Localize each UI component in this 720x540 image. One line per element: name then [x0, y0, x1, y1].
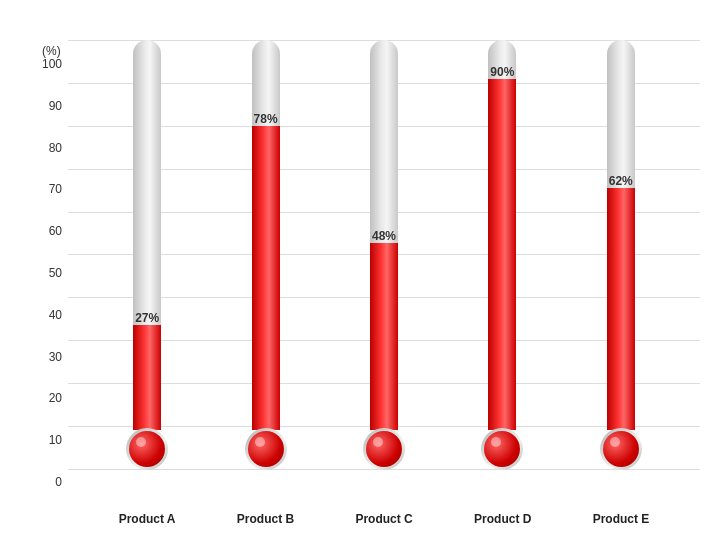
y-axis-label: 100: [42, 58, 62, 70]
y-axis-label: 10: [49, 434, 62, 446]
y-axis-unit: (%): [20, 40, 68, 58]
y-axis-label: 0: [55, 476, 62, 488]
labels-row: Product AProduct BProduct CProduct DProd…: [68, 470, 700, 530]
thermo-bulb-shine: [610, 437, 620, 447]
y-axis-label: 70: [49, 183, 62, 195]
product-label: Product B: [237, 512, 294, 526]
y-axis-label: 20: [49, 392, 62, 404]
y-axis-label: 30: [49, 351, 62, 363]
thermo-background: 78%: [252, 40, 280, 430]
page: (%) 1009080706050403020100 27%78%48%90%6…: [0, 0, 720, 540]
thermo-background: 48%: [370, 40, 398, 430]
thermo-fill: [133, 325, 161, 430]
thermo-bulb-fill: [484, 431, 520, 467]
thermometer: 27%: [126, 40, 168, 470]
value-label: 62%: [609, 174, 633, 188]
thermo-bulb-shine: [373, 437, 383, 447]
y-axis-label: 90: [49, 100, 62, 112]
value-label: 48%: [372, 229, 396, 243]
thermo-bulb: [126, 428, 168, 470]
chart-area: (%) 1009080706050403020100 27%78%48%90%6…: [20, 40, 700, 530]
thermo-background: 90%: [488, 40, 516, 430]
product-label: Product D: [474, 512, 531, 526]
bar-group: 90%: [481, 40, 523, 470]
thermometer: 78%: [245, 40, 287, 470]
y-axis: 1009080706050403020100: [20, 58, 68, 540]
bar-group: 62%: [600, 40, 642, 470]
thermo-bulb: [245, 428, 287, 470]
thermo-bulb-fill: [129, 431, 165, 467]
thermo-bulb: [481, 428, 523, 470]
thermometer: 62%: [600, 40, 642, 470]
chart-body: 27%78%48%90%62% Product AProduct BProduc…: [68, 40, 700, 530]
thermo-fill: [488, 79, 516, 430]
value-label: 27%: [135, 311, 159, 325]
y-axis-label: 60: [49, 225, 62, 237]
thermo-bulb-fill: [248, 431, 284, 467]
thermo-bulb-shine: [255, 437, 265, 447]
value-label: 78%: [254, 112, 278, 126]
bars-row: 27%78%48%90%62%: [68, 40, 700, 470]
product-label: Product C: [355, 512, 412, 526]
thermo-background: 62%: [607, 40, 635, 430]
y-axis-label: 40: [49, 309, 62, 321]
grid-and-bars: 27%78%48%90%62% Product AProduct BProduc…: [68, 40, 700, 530]
thermo-fill: [607, 188, 635, 430]
y-axis-label: 80: [49, 142, 62, 154]
thermo-bulb: [600, 428, 642, 470]
thermo-fill: [252, 126, 280, 430]
product-label: Product E: [593, 512, 650, 526]
thermo-bulb-shine: [491, 437, 501, 447]
bar-group: 78%: [245, 40, 287, 470]
thermo-bulb-shine: [136, 437, 146, 447]
bar-group: 27%: [126, 40, 168, 470]
thermometer: 48%: [363, 40, 405, 470]
product-label: Product A: [119, 512, 176, 526]
value-label: 90%: [490, 65, 514, 79]
thermo-bulb-fill: [603, 431, 639, 467]
y-axis-label: 50: [49, 267, 62, 279]
thermo-background: 27%: [133, 40, 161, 430]
thermometer: 90%: [481, 40, 523, 470]
bar-group: 48%: [363, 40, 405, 470]
thermo-bulb-fill: [366, 431, 402, 467]
thermo-fill: [370, 243, 398, 430]
thermo-bulb: [363, 428, 405, 470]
